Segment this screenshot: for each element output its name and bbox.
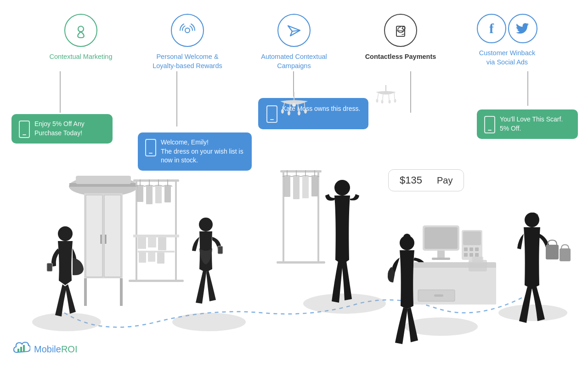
figure-payment: [388, 234, 425, 344]
svg-rect-9: [86, 195, 102, 277]
figure-winback: [517, 213, 571, 323]
svg-rect-67: [418, 290, 455, 301]
svg-rect-49: [311, 176, 318, 196]
apple-pay-logo: Pay: [435, 175, 452, 186]
svg-rect-35: [139, 253, 146, 263]
connector-contactless: [410, 71, 411, 113]
svg-rect-70: [472, 257, 483, 264]
logo-icon-svg: [13, 340, 30, 358]
svg-line-91: [394, 92, 395, 99]
svg-point-92: [394, 99, 396, 103]
bubble-welcome: Welcome, Emily!The dress on your wish li…: [138, 132, 252, 171]
svg-rect-8: [84, 193, 123, 278]
svg-rect-30: [133, 235, 179, 237]
svg-rect-72: [546, 245, 559, 259]
clothing-rack-2: [277, 170, 325, 264]
svg-point-90: [389, 100, 391, 104]
chandelier-2: [376, 85, 396, 104]
svg-rect-63: [469, 253, 473, 257]
svg-line-89: [389, 92, 389, 100]
connector-contextual: [60, 71, 61, 113]
personal-welcome-icon: [171, 14, 204, 47]
svg-rect-61: [475, 247, 479, 251]
svg-rect-95: [23, 345, 25, 352]
automated-contextual-label: Automated ContextualCampaigns: [261, 52, 327, 70]
automated-contextual-icon: [277, 14, 311, 47]
svg-rect-66: [413, 268, 496, 305]
svg-rect-53: [423, 225, 459, 251]
svg-rect-65: [413, 262, 496, 269]
svg-point-0: [78, 26, 84, 32]
svg-rect-21: [129, 280, 184, 282]
svg-rect-15: [120, 278, 123, 306]
svg-rect-31: [138, 237, 146, 249]
svg-point-1: [185, 28, 190, 33]
bubble-welcome-text: Welcome, Emily!The dress on your wish li…: [161, 138, 244, 165]
shadow-2: [172, 313, 246, 331]
pos-terminal: [413, 225, 496, 305]
icon-col-automated: Automated ContextualCampaigns: [253, 14, 335, 70]
phone-icon-contextual: [19, 121, 30, 138]
pay-box: $135 Pay: [388, 169, 464, 191]
svg-rect-43: [284, 176, 290, 197]
customer-winback-label: Customer Winbackvia Social Ads: [479, 49, 535, 67]
icons-row: Contextual Marketing Personal Welcome &L…: [0, 0, 588, 70]
svg-rect-56: [432, 258, 450, 260]
svg-rect-55: [437, 251, 445, 258]
svg-line-85: [378, 92, 379, 99]
svg-rect-57: [462, 230, 482, 260]
svg-rect-27: [155, 186, 162, 203]
svg-point-16: [199, 218, 213, 231]
figure-entrance: [47, 226, 84, 316]
connector-personal: [176, 71, 177, 126]
svg-point-86: [376, 99, 379, 103]
connector-automated: [293, 71, 294, 97]
svg-rect-40: [317, 170, 319, 262]
svg-rect-18: [133, 179, 179, 182]
phone-icon-winback: [484, 116, 495, 133]
svg-point-52: [403, 234, 411, 241]
svg-line-87: [383, 92, 383, 100]
contextual-marketing-icon: [64, 14, 97, 47]
svg-rect-69: [469, 260, 487, 271]
svg-point-88: [381, 100, 384, 104]
svg-rect-32: [148, 237, 156, 247]
svg-rect-47: [302, 176, 309, 198]
svg-rect-45: [293, 176, 300, 199]
svg-rect-60: [469, 247, 473, 251]
svg-rect-38: [280, 170, 322, 172]
contactless-payments-label: Contactless Payments: [365, 52, 436, 62]
connector-winback: [527, 71, 528, 106]
logo-highlight: ROI: [61, 344, 78, 354]
svg-rect-7: [69, 183, 137, 187]
svg-rect-20: [175, 179, 177, 281]
store-entrance: [69, 176, 138, 306]
svg-rect-62: [464, 253, 468, 257]
svg-rect-37: [157, 253, 164, 264]
svg-rect-17: [218, 246, 223, 254]
twitter-icon: [508, 14, 537, 43]
svg-point-6: [69, 176, 138, 196]
shadow-5: [498, 305, 567, 321]
icon-col-winback: f Customer Winbackvia Social Ads: [466, 14, 548, 67]
shadow-3: [303, 293, 386, 314]
icon-col-personal: Personal Welcome &Loyalty-based Rewards: [146, 14, 229, 70]
contextual-marketing-label: Contextual Marketing: [49, 52, 112, 62]
pay-amount: $135: [400, 174, 422, 186]
svg-rect-94: [20, 347, 22, 352]
svg-point-4: [58, 226, 73, 241]
bubble-winback: You'll Love This Scarf. 5% Off.: [477, 109, 578, 139]
svg-rect-36: [148, 253, 155, 262]
svg-rect-34: [138, 251, 175, 253]
social-icons: f: [477, 14, 537, 43]
svg-rect-41: [277, 261, 325, 264]
shadow-4: [404, 317, 478, 336]
svg-rect-25: [146, 186, 153, 204]
svg-rect-39: [283, 170, 284, 262]
svg-rect-73: [560, 248, 571, 261]
logo-text: MobileROI: [34, 344, 77, 355]
mobilroi-logo: MobileROI: [13, 340, 77, 358]
svg-rect-68: [434, 294, 443, 297]
contactless-payments-icon: [384, 14, 417, 47]
svg-rect-58: [463, 231, 481, 245]
